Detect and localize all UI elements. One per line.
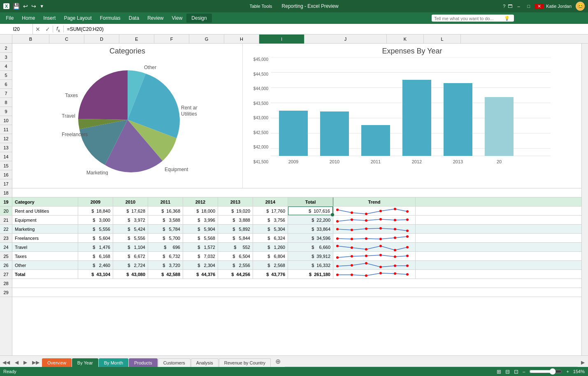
col-header-d[interactable]: D [84, 35, 119, 44]
tab-overview[interactable]: Overview [42, 358, 72, 367]
cancel-icon[interactable]: ✕ [33, 26, 43, 32]
tab-revenue-by-country[interactable]: Revenue by Country [219, 358, 271, 367]
menu-item-design[interactable]: Design [186, 14, 211, 23]
tab-by-year[interactable]: By Year [72, 358, 98, 367]
undo-icon[interactable]: ↩ [23, 3, 28, 9]
data-row-22[interactable]: Marketing $ 5,556 $ 5,424 $ 5,784 $ 5,90… [12, 225, 581, 234]
data-row-25[interactable]: Taxes $ 6,168 $ 6,672 $ 6,732 $ 7,032 $ … [12, 252, 581, 261]
sheet-nav-next[interactable]: ▶ [21, 358, 30, 367]
zoom-slider[interactable] [529, 368, 562, 375]
cell-i20[interactable]: $ 107,616 [288, 207, 333, 215]
zoom-in-icon[interactable]: + [566, 369, 569, 374]
col-header-e[interactable]: E [119, 35, 154, 44]
row-num-5[interactable]: 5 [0, 71, 12, 80]
row-num-23[interactable]: 23 [0, 234, 12, 243]
row-num-19[interactable]: 19 [0, 197, 12, 207]
menu-item-insert[interactable]: Insert [39, 14, 60, 23]
view-page-layout-icon[interactable]: ⊟ [505, 369, 510, 375]
row-num-9[interactable]: 9 [0, 107, 12, 116]
tab-customers[interactable]: Customers [158, 358, 191, 367]
col-header-l[interactable]: L [424, 35, 461, 44]
cell-ref-input[interactable] [0, 24, 33, 34]
menu-item-page-layout[interactable]: Page Layout [60, 14, 95, 23]
row-num-21[interactable]: 21 [0, 216, 12, 225]
formula-input[interactable] [64, 26, 588, 32]
data-row-21[interactable]: Equipment $ 3,000 $ 3,972 $ 3,588 $ 3,99… [12, 216, 581, 225]
add-sheet-btn[interactable]: ⊕ [271, 356, 285, 367]
col-header-h[interactable]: H [224, 35, 259, 44]
row-num-20[interactable]: 20 [0, 207, 12, 216]
tab-scroll-right[interactable]: ▶ [578, 358, 588, 367]
row-num-26[interactable]: 26 [0, 261, 12, 270]
search-input[interactable] [434, 16, 504, 21]
confirm-icon[interactable]: ✓ [43, 26, 53, 32]
view-page-break-icon[interactable]: ⊡ [514, 369, 518, 375]
row-num-2[interactable]: 2 [0, 44, 12, 53]
row-num-4[interactable]: 4 [0, 62, 12, 71]
data-row-20[interactable]: Rent and Utilities $ 18,840 $ 17,628 $ 1… [12, 207, 581, 216]
menu-item-view[interactable]: View [168, 14, 187, 23]
customize-icon[interactable]: ▼ [40, 4, 44, 9]
sheet-nav-prev[interactable]: ◀ [12, 358, 21, 367]
col-header-j[interactable]: J [304, 35, 387, 44]
trend-sparkline-20 [333, 207, 411, 215]
row-num-16[interactable]: 16 [0, 170, 12, 179]
svg-point-57 [351, 274, 353, 276]
pie-label-freelancers: Freelancers [62, 132, 88, 137]
save-icon[interactable]: 💾 [13, 3, 20, 9]
cell-e26: $ 3,720 [148, 261, 183, 269]
row-num-29[interactable]: 29 [0, 288, 12, 297]
row-num-11[interactable]: 11 [0, 125, 12, 134]
cell-i27: $ 261,180 [288, 270, 333, 279]
right-scrollbar[interactable] [581, 44, 588, 355]
row-num-14[interactable]: 14 [0, 152, 12, 161]
row-num-10[interactable]: 10 [0, 116, 12, 125]
row-num-22[interactable]: 22 [0, 225, 12, 234]
col-header-f[interactable]: F [154, 35, 189, 44]
data-row-26[interactable]: Other $ 2,460 $ 2,724 $ 3,720 $ 2,304 $ … [12, 261, 581, 270]
header-2009: 2009 [78, 197, 113, 206]
row-num-7[interactable]: 7 [0, 89, 12, 98]
menu-item-home[interactable]: Home [18, 14, 39, 23]
col-header-b[interactable]: B [12, 35, 49, 44]
close-btn[interactable]: ✕ [535, 4, 544, 9]
menu-item-review[interactable]: Review [143, 14, 167, 23]
zoom-out-icon[interactable]: – [523, 369, 525, 374]
row-num-24[interactable]: 24 [0, 243, 12, 252]
resize-handle[interactable] [331, 213, 334, 216]
col-header-g[interactable]: G [189, 35, 224, 44]
minimize-btn[interactable]: – [515, 4, 522, 9]
row-num-28[interactable]: 28 [0, 279, 12, 288]
row-num-17[interactable]: 17 [0, 179, 12, 188]
tab-analysis[interactable]: Analysis [191, 358, 218, 367]
maximize-btn[interactable]: □ [525, 4, 533, 9]
col-header-k[interactable]: K [387, 35, 424, 44]
sheet-nav-right[interactable]: ▶▶ [30, 358, 42, 367]
row-num-18[interactable]: 18 [0, 188, 12, 197]
cell-j27 [333, 270, 416, 279]
row-num-15[interactable]: 15 [0, 161, 12, 170]
row-num-27[interactable]: 27 [0, 270, 12, 279]
ready-label: Ready [3, 369, 16, 374]
row-num-12[interactable]: 12 [0, 134, 12, 143]
data-row-23[interactable]: Freelancers $ 5,604 $ 5,556 $ 5,700 $ 5,… [12, 234, 581, 243]
cell-d24: $ 1,104 [113, 243, 148, 251]
row-num-25[interactable]: 25 [0, 252, 12, 261]
col-header-c[interactable]: C [49, 35, 84, 44]
row-num-6[interactable]: 6 [0, 80, 12, 89]
tab-products[interactable]: Products [129, 358, 157, 367]
data-row-24[interactable]: Travel $ 1,476 $ 1,104 $ 696 $ 1,572 $ 5… [12, 243, 581, 252]
menu-item-file[interactable]: File [2, 14, 18, 23]
restore-icon[interactable]: 🗖 [508, 4, 512, 9]
menu-item-formulas[interactable]: Formulas [96, 14, 125, 23]
row-num-3[interactable]: 3 [0, 53, 12, 62]
row-num-8[interactable]: 8 [0, 98, 12, 107]
menu-item-data[interactable]: Data [125, 14, 143, 23]
col-header-i[interactable]: I [259, 35, 304, 44]
redo-icon[interactable]: ↪ [31, 3, 36, 9]
view-normal-icon[interactable]: ⊞ [497, 369, 501, 375]
row-num-13[interactable]: 13 [0, 143, 12, 152]
help-icon[interactable]: ? [503, 4, 505, 9]
tab-by-month[interactable]: By Month [99, 358, 128, 367]
sheet-nav-left[interactable]: ◀◀ [0, 358, 12, 367]
